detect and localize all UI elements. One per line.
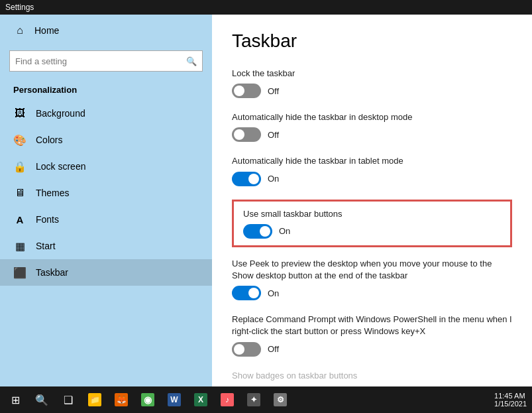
taskbar-app-firefox[interactable]: 🦊 (109, 387, 134, 412)
toggle-knob (234, 86, 244, 96)
setting-label: Replace Command Prompt with Windows Powe… (232, 314, 512, 337)
sidebar-home-label: Home (34, 25, 59, 36)
toggle-state-off: Off (268, 344, 279, 354)
toggle-row: Off (232, 84, 512, 98)
sidebar-item-label: Taskbar (36, 267, 68, 278)
toggle-peek[interactable] (232, 286, 261, 300)
taskbar: ⊞ 🔍 ❑ 📁 🦊 ◉ W X ♪ ✦ ⚙ 11:45 AM1/15/2021 (0, 386, 532, 413)
firefox-icon: 🦊 (115, 393, 128, 406)
task-view-button[interactable]: ❑ (56, 387, 81, 412)
setting-badges: Show badges on taskbar buttons (232, 370, 512, 382)
toggle-knob (248, 174, 259, 184)
search-icon: 🔍 (186, 56, 197, 66)
start-button[interactable]: ⊞ (3, 387, 28, 412)
explorer-icon: 📁 (88, 393, 101, 406)
title-bar: Settings (0, 0, 532, 15)
home-icon: ⌂ (13, 24, 27, 37)
toggle-small-buttons[interactable] (243, 224, 272, 239)
itunes-icon: ♪ (221, 393, 234, 406)
setting-label: Automatically hide the taskbar in deskto… (232, 111, 512, 123)
setting-label: Use small taskbar buttons (243, 208, 501, 220)
fonts-icon: A (13, 213, 27, 226)
sidebar: ⌂ Home 🔍 Personalization 🖼 Background 🎨 … (0, 15, 212, 386)
toggle-auto-hide-tablet[interactable] (232, 172, 261, 186)
settings-taskbar-icon: ⚙ (274, 393, 287, 406)
search-bar[interactable]: 🔍 (9, 50, 203, 72)
taskbar-right: 11:45 AM1/15/2021 (494, 392, 529, 408)
title-bar-text: Settings (5, 3, 34, 12)
sidebar-item-label: Themes (36, 188, 70, 198)
start-icon: ▦ (13, 239, 27, 253)
sidebar-item-label: Lock screen (36, 161, 85, 172)
task-view-icon: ❑ (64, 394, 73, 406)
taskbar-nav-icon: ⬛ (13, 266, 27, 279)
sidebar-item-label: Background (36, 108, 85, 119)
toggle-lock-taskbar[interactable] (232, 84, 261, 98)
sidebar-item-background[interactable]: 🖼 Background (0, 100, 212, 127)
main-content: ⌂ Home 🔍 Personalization 🖼 Background 🎨 … (0, 15, 532, 386)
toggle-row: Off (232, 342, 512, 357)
start-icon: ⊞ (11, 394, 20, 406)
right-panel: Taskbar Lock the taskbar Off Automatical… (212, 15, 532, 386)
setting-peek: Use Peek to preview the desktop when you… (232, 258, 512, 300)
highlighted-section: Use small taskbar buttons On (232, 200, 512, 247)
taskbar-app-settings[interactable]: ⚙ (268, 387, 293, 412)
search-input[interactable] (15, 56, 186, 66)
taskbar-app-explorer[interactable]: 📁 (82, 387, 107, 412)
chrome-icon: ◉ (141, 393, 154, 406)
page-title: Taskbar (232, 30, 512, 52)
themes-icon: 🖥 (13, 186, 27, 200)
search-taskbar-icon: 🔍 (35, 394, 48, 406)
setting-auto-hide-tablet: Automatically hide the taskbar in tablet… (232, 155, 512, 186)
toggle-row: On (232, 172, 512, 186)
excel-icon: X (194, 393, 207, 406)
toggle-auto-hide-desktop[interactable] (232, 127, 261, 142)
word-icon: W (168, 393, 181, 406)
lock-icon: 🔒 (13, 160, 27, 173)
sidebar-item-themes[interactable]: 🖥 Themes (0, 180, 212, 206)
taskbar-app-chrome[interactable]: ◉ (135, 387, 160, 412)
toggle-knob (260, 226, 270, 237)
sidebar-item-fonts[interactable]: A Fonts (0, 206, 212, 233)
setting-label: Show badges on taskbar buttons (232, 370, 512, 382)
sidebar-item-label: Fonts (36, 214, 59, 225)
setting-auto-hide-desktop: Automatically hide the taskbar in deskto… (232, 111, 512, 142)
setting-label: Use Peek to preview the desktop when you… (232, 258, 512, 282)
sidebar-item-colors[interactable]: 🎨 Colors (0, 127, 212, 153)
toggle-state-off: Off (268, 86, 279, 96)
setting-lock-taskbar: Lock the taskbar Off (232, 68, 512, 98)
search-button[interactable]: 🔍 (29, 387, 54, 412)
toggle-row: On (232, 286, 512, 300)
taskbar-clock: 11:45 AM1/15/2021 (494, 392, 527, 408)
background-icon: 🖼 (13, 107, 27, 120)
sidebar-item-label: Start (36, 241, 56, 251)
sidebar-item-label: Colors (36, 135, 62, 145)
setting-label: Automatically hide the taskbar in tablet… (232, 155, 512, 167)
toggle-row: On (243, 224, 501, 239)
toggle-powershell[interactable] (232, 342, 261, 357)
sidebar-item-home[interactable]: ⌂ Home (0, 15, 212, 46)
section-title: Personalization (0, 78, 212, 100)
toggle-state-on: On (268, 288, 279, 298)
toggle-row: Off (232, 127, 512, 142)
toggle-state-on: On (279, 226, 290, 236)
taskbar-app-excel[interactable]: X (188, 387, 213, 412)
taskbar-app-word[interactable]: W (162, 387, 187, 412)
taskbar-app-itunes[interactable]: ♪ (215, 387, 240, 412)
toggle-knob (248, 288, 259, 298)
sidebar-item-taskbar[interactable]: ⬛ Taskbar (0, 259, 212, 286)
colors-icon: 🎨 (13, 133, 27, 147)
setting-powershell: Replace Command Prompt with Windows Powe… (232, 314, 512, 356)
sidebar-item-start[interactable]: ▦ Start (0, 233, 212, 259)
taskbar-app-misc[interactable]: ✦ (241, 387, 266, 412)
sidebar-item-lock-screen[interactable]: 🔒 Lock screen (0, 153, 212, 180)
misc-icon: ✦ (247, 393, 260, 406)
toggle-state-off: Off (268, 130, 279, 140)
toggle-knob (234, 129, 244, 140)
toggle-state-on: On (268, 174, 279, 184)
setting-label: Lock the taskbar (232, 68, 512, 80)
toggle-knob (234, 344, 244, 355)
